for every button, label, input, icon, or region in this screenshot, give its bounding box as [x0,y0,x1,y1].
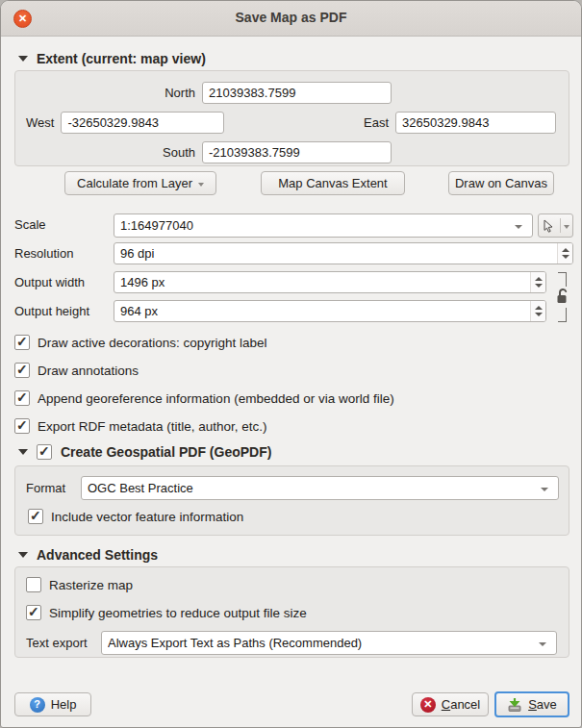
append-georeference-checkbox-row[interactable]: Append georeference information (embedde… [14,390,394,406]
geopdf-panel: Format OGC Best Practice Include vector … [14,465,569,536]
collapse-arrow-icon[interactable] [18,552,28,558]
east-input[interactable] [395,112,556,134]
append-georeference-label: Append georeference information (embedde… [38,391,394,406]
cancel-button[interactable]: ✕ Cancel [412,692,489,716]
spin-up-icon[interactable] [535,306,543,310]
east-label: East [364,115,389,130]
spin-up-icon[interactable] [562,248,569,252]
set-scale-from-canvas-button[interactable] [538,213,573,238]
text-export-label: Text export [26,636,88,650]
simplify-label: Simplify geometries to reduce output fil… [49,606,307,620]
include-vector-label: Include vector feature information [51,510,243,524]
calculate-from-layer-label: Calculate from Layer [77,176,192,190]
output-width-input[interactable] [114,271,546,293]
cancel-label: Cancel [442,697,480,712]
extent-section-title: Extent (current: map view) [37,51,206,66]
draw-on-canvas-button[interactable]: Draw on Canvas [448,171,554,195]
simplify-checkbox-row[interactable]: Simplify geometries to reduce output fil… [26,605,307,620]
include-vector-checkbox-row[interactable]: Include vector feature information [28,509,243,524]
north-input[interactable] [202,82,392,104]
spinner-buttons[interactable] [530,272,545,292]
chevron-down-icon [198,183,204,187]
pointer-cursor-icon [542,219,555,233]
draw-decorations-label: Draw active decorations: copyright label [38,336,267,350]
open-lock-icon [555,288,570,305]
advanced-panel: Rasterize map Simplify geometries to red… [14,566,569,658]
checkbox[interactable] [26,605,41,620]
spinner-buttons[interactable] [530,301,545,321]
checkbox[interactable] [14,390,30,406]
collapse-arrow-icon[interactable] [18,449,28,455]
chevron-down-icon [564,225,569,229]
checkbox[interactable] [28,509,43,524]
save-label: Save [528,697,557,712]
draw-on-canvas-label: Draw on Canvas [455,176,547,190]
south-input[interactable] [202,141,392,163]
checkbox[interactable] [14,418,30,434]
spinner-buttons[interactable] [557,243,572,264]
resolution-label: Resolution [14,246,73,261]
geopdf-format-value: OGC Best Practice [88,481,535,495]
rasterize-label: Rasterize map [49,578,133,592]
checkbox[interactable] [14,335,30,350]
text-export-value: Always Export Text as Paths (Recommended… [108,636,533,650]
spin-down-icon[interactable] [562,255,569,259]
geopdf-checkbox[interactable] [37,444,52,460]
text-export-combobox[interactable]: Always Export Text as Paths (Recommended… [101,631,557,655]
save-button[interactable]: Save [494,691,569,717]
geopdf-section-header[interactable]: Create Geospatial PDF (GeoPDF) [18,444,271,460]
dialog-title: Save Map as PDF [1,10,581,25]
extent-panel: North West East South [14,70,569,166]
advanced-section-title: Advanced Settings [37,547,158,563]
output-height-label: Output height [14,304,89,318]
scale-combobox[interactable]: 1:164977040 [114,213,533,238]
output-height-input[interactable] [114,300,546,322]
link-bracket-bottom [558,308,567,322]
extent-section-header[interactable]: Extent (current: map view) [18,51,206,66]
checkbox[interactable] [14,363,30,378]
advanced-section-header[interactable]: Advanced Settings [18,547,158,563]
spin-up-icon[interactable] [535,277,543,281]
output-width-spinbox[interactable] [114,271,546,293]
format-label: Format [26,481,65,495]
spin-down-icon[interactable] [535,313,543,316]
cancel-icon: ✕ [420,697,436,713]
south-label: South [163,145,195,160]
scale-label: Scale [14,217,46,232]
titlebar[interactable]: ✕ Save Map as PDF [1,1,581,37]
save-map-as-pdf-dialog: ✕ Save Map as PDF Extent (current: map v… [0,0,582,728]
help-icon: ? [30,697,45,713]
draw-decorations-checkbox-row[interactable]: Draw active decorations: copyright label [14,335,267,350]
rasterize-checkbox-row[interactable]: Rasterize map [26,577,133,592]
help-button[interactable]: ? Help [14,692,91,716]
chevron-down-icon [541,488,548,491]
map-canvas-extent-label: Map Canvas Extent [278,176,387,190]
calculate-from-layer-button[interactable]: Calculate from Layer [64,171,216,195]
scale-value: 1:164977040 [120,218,509,233]
west-label: West [26,115,54,130]
spin-down-icon[interactable] [535,284,543,288]
collapse-arrow-icon[interactable] [18,56,28,62]
save-icon [507,697,522,713]
output-height-spinbox[interactable] [114,300,546,322]
draw-annotations-label: Draw annotations [38,364,139,378]
checkbox[interactable] [26,577,41,592]
west-input[interactable] [61,112,224,134]
output-width-label: Output width [14,275,85,289]
draw-annotations-checkbox-row[interactable]: Draw annotations [14,363,139,378]
separator [560,218,561,233]
geopdf-format-combobox[interactable]: OGC Best Practice [81,476,559,500]
geopdf-section-title: Create Geospatial PDF (GeoPDF) [61,444,271,460]
north-label: North [164,86,195,100]
resolution-spinbox[interactable] [114,242,573,264]
chevron-down-icon [515,225,522,229]
export-rdf-label: Export RDF metadata (title, author, etc.… [38,419,267,434]
resolution-input[interactable] [114,242,573,264]
export-rdf-checkbox-row[interactable]: Export RDF metadata (title, author, etc.… [14,418,267,434]
help-label: Help [51,697,77,712]
chevron-down-icon [539,642,546,646]
map-canvas-extent-button[interactable]: Map Canvas Extent [261,171,405,195]
lock-aspect-ratio-toggle[interactable] [555,272,569,322]
link-bracket-top [558,272,567,287]
